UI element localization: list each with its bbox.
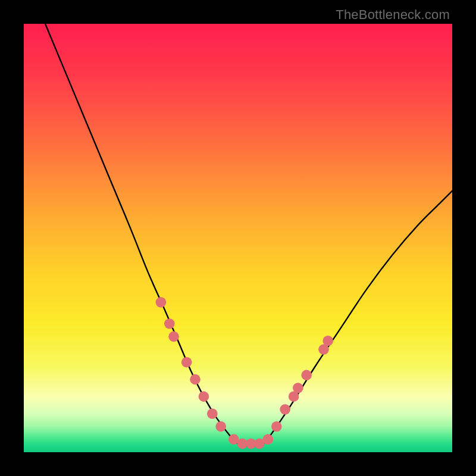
curve-marker	[215, 421, 226, 432]
curve-marker	[293, 383, 303, 393]
curve-markers	[156, 297, 333, 449]
curve-marker	[280, 404, 290, 415]
curve-marker	[181, 357, 192, 368]
curve-marker	[190, 374, 201, 385]
curve-marker	[207, 408, 218, 419]
curve-marker	[263, 434, 274, 445]
curve-layer	[24, 24, 452, 452]
curve-marker	[168, 331, 179, 342]
curve-marker	[156, 297, 167, 308]
curve-marker	[322, 336, 333, 346]
curve-marker	[301, 370, 312, 381]
curve-marker	[164, 318, 175, 329]
watermark-text: TheBottleneck.com	[336, 7, 450, 23]
curve-marker	[271, 421, 282, 432]
plot-area	[24, 24, 452, 452]
chart-stage: TheBottleneck.com	[0, 0, 476, 476]
curve-marker	[199, 392, 209, 402]
bottleneck-curve	[45, 24, 452, 446]
